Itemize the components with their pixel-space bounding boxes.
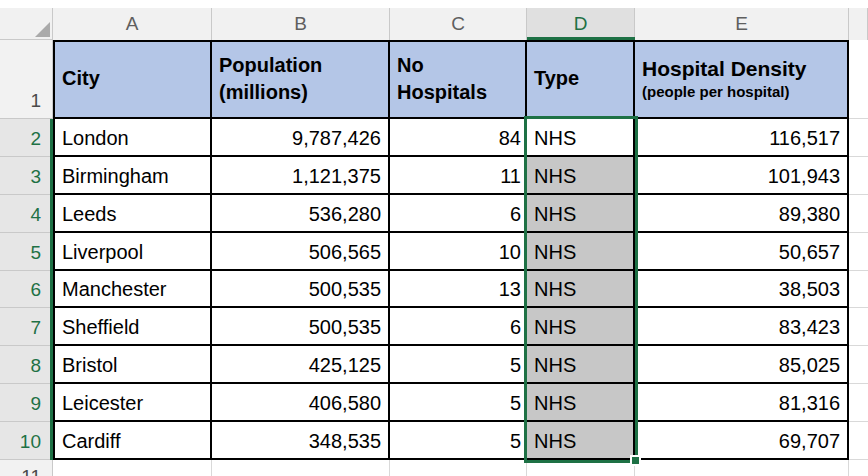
row-header-6[interactable]: 6 bbox=[0, 271, 53, 309]
cell-d11-empty[interactable] bbox=[527, 460, 635, 476]
cell-e5-density[interactable]: 50,657 bbox=[635, 233, 849, 271]
cell-a11-empty[interactable] bbox=[53, 460, 212, 476]
cell-c7-no_hospitals[interactable]: 6 bbox=[390, 308, 527, 346]
cell-e4-density[interactable]: 89,380 bbox=[635, 195, 849, 233]
row-header-label: 8 bbox=[30, 355, 41, 377]
cell-f1-empty[interactable] bbox=[849, 40, 868, 119]
cell-b5-population[interactable]: 506,565 bbox=[212, 233, 390, 271]
cell-c10-no_hospitals[interactable]: 5 bbox=[390, 422, 527, 460]
cell-a2-city[interactable]: London bbox=[53, 119, 212, 157]
cell-a3-city[interactable]: Birmingham bbox=[53, 157, 212, 195]
cell-e3-density[interactable]: 101,943 bbox=[635, 157, 849, 195]
cell-value: 5 bbox=[510, 430, 521, 453]
column-header-a[interactable]: A bbox=[53, 8, 212, 40]
cell-e8-density[interactable]: 85,025 bbox=[635, 346, 849, 384]
header-cell-e1[interactable]: Hospital Density(people per hospital) bbox=[635, 40, 849, 119]
cell-c8-no_hospitals[interactable]: 5 bbox=[390, 346, 527, 384]
cell-d8-type[interactable]: NHS bbox=[527, 346, 635, 384]
cell-b8-population[interactable]: 425,125 bbox=[212, 346, 390, 384]
cell-f9-empty[interactable] bbox=[849, 384, 868, 422]
cell-f7-empty[interactable] bbox=[849, 308, 868, 346]
cell-a8-city[interactable]: Bristol bbox=[53, 346, 212, 384]
row-header-2[interactable]: 2 bbox=[0, 119, 53, 157]
cell-f2-empty[interactable] bbox=[849, 119, 868, 157]
cell-value: 13 bbox=[499, 278, 521, 301]
cell-c6-no_hospitals[interactable]: 13 bbox=[390, 271, 527, 309]
cell-b10-population[interactable]: 348,535 bbox=[212, 422, 390, 460]
row-header-8[interactable]: 8 bbox=[0, 346, 53, 384]
cell-b2-population[interactable]: 9,787,426 bbox=[212, 119, 390, 157]
column-header-c[interactable]: C bbox=[390, 8, 527, 40]
cell-f5-empty[interactable] bbox=[849, 233, 868, 271]
cell-a9-city[interactable]: Leicester bbox=[53, 384, 212, 422]
cell-d3-type[interactable]: NHS bbox=[527, 157, 635, 195]
cell-d10-type[interactable]: NHS bbox=[527, 422, 635, 460]
header-cell-c1[interactable]: NoHospitals bbox=[390, 40, 527, 119]
row-header-1[interactable]: 1 bbox=[0, 40, 53, 119]
selection-fill-handle[interactable] bbox=[630, 455, 641, 466]
header-cell-d1[interactable]: Type bbox=[527, 40, 635, 119]
cell-a7-city[interactable]: Sheffield bbox=[53, 308, 212, 346]
cell-a5-city[interactable]: Liverpool bbox=[53, 233, 212, 271]
cell-f6-empty[interactable] bbox=[849, 271, 868, 309]
cell-b9-population[interactable]: 406,580 bbox=[212, 384, 390, 422]
column-header-e[interactable]: E bbox=[635, 8, 849, 40]
cell-c11-empty[interactable] bbox=[390, 460, 527, 476]
header-cell-text: Hospital Density bbox=[642, 56, 843, 82]
cell-c3-no_hospitals[interactable]: 11 bbox=[390, 157, 527, 195]
cell-d6-type[interactable]: NHS bbox=[527, 271, 635, 309]
cell-value: 6 bbox=[510, 203, 521, 226]
column-header-d[interactable]: D bbox=[527, 8, 635, 40]
cell-e7-density[interactable]: 83,423 bbox=[635, 308, 849, 346]
column-header-b[interactable]: B bbox=[212, 8, 390, 40]
row-header-4[interactable]: 4 bbox=[0, 195, 53, 233]
cell-d7-type[interactable]: NHS bbox=[527, 308, 635, 346]
cell-b4-population[interactable]: 536,280 bbox=[212, 195, 390, 233]
cell-c2-no_hospitals[interactable]: 84 bbox=[390, 119, 527, 157]
cell-b3-population[interactable]: 1,121,375 bbox=[212, 157, 390, 195]
cell-d5-type[interactable]: NHS bbox=[527, 233, 635, 271]
cell-f10-empty[interactable] bbox=[849, 422, 868, 460]
cell-b11-empty[interactable] bbox=[212, 460, 390, 476]
row-header-10[interactable]: 10 bbox=[0, 422, 53, 460]
column-header-f[interactable] bbox=[849, 8, 868, 40]
cell-d9-type[interactable]: NHS bbox=[527, 384, 635, 422]
cell-value: NHS bbox=[534, 392, 576, 415]
cell-value: 5 bbox=[510, 392, 521, 415]
cell-value: NHS bbox=[534, 241, 576, 264]
cell-c9-no_hospitals[interactable]: 5 bbox=[390, 384, 527, 422]
cell-e2-density[interactable]: 116,517 bbox=[635, 119, 849, 157]
row-header-11[interactable]: 11 bbox=[0, 460, 53, 476]
column-header-label: E bbox=[735, 13, 748, 35]
cell-f4-empty[interactable] bbox=[849, 195, 868, 233]
cell-a6-city[interactable]: Manchester bbox=[53, 271, 212, 309]
cell-e11-empty[interactable] bbox=[635, 460, 849, 476]
row-header-7[interactable]: 7 bbox=[0, 308, 53, 346]
header-cell-b1[interactable]: Population(millions) bbox=[212, 40, 390, 119]
cell-c4-no_hospitals[interactable]: 6 bbox=[390, 195, 527, 233]
row-header-3[interactable]: 3 bbox=[0, 157, 53, 195]
cell-e6-density[interactable]: 38,503 bbox=[635, 271, 849, 309]
select-all-corner[interactable] bbox=[0, 8, 53, 40]
cell-value: 83,423 bbox=[779, 316, 840, 339]
header-cell-a1[interactable]: City bbox=[53, 40, 212, 119]
cell-b7-population[interactable]: 500,535 bbox=[212, 308, 390, 346]
cell-e10-density[interactable]: 69,707 bbox=[635, 422, 849, 460]
spreadsheet-grid: ABCDE1234567891011CityPopulation(million… bbox=[0, 0, 868, 476]
cell-c5-no_hospitals[interactable]: 10 bbox=[390, 233, 527, 271]
cell-d2-type[interactable]: NHS bbox=[527, 119, 635, 157]
cell-f8-empty[interactable] bbox=[849, 346, 868, 384]
column-header-label: D bbox=[574, 13, 588, 35]
cell-e9-density[interactable]: 81,316 bbox=[635, 384, 849, 422]
header-cell-text: City bbox=[62, 65, 206, 91]
row-header-label: 11 bbox=[21, 466, 41, 476]
row-header-5[interactable]: 5 bbox=[0, 233, 53, 271]
cell-b6-population[interactable]: 500,535 bbox=[212, 271, 390, 309]
cell-a4-city[interactable]: Leeds bbox=[53, 195, 212, 233]
cell-a10-city[interactable]: Cardiff bbox=[53, 422, 212, 460]
cell-f3-empty[interactable] bbox=[849, 157, 868, 195]
header-cell-text: Type bbox=[534, 65, 629, 91]
cell-d4-type[interactable]: NHS bbox=[527, 195, 635, 233]
cell-value: Birmingham bbox=[62, 165, 169, 188]
row-header-9[interactable]: 9 bbox=[0, 384, 53, 422]
